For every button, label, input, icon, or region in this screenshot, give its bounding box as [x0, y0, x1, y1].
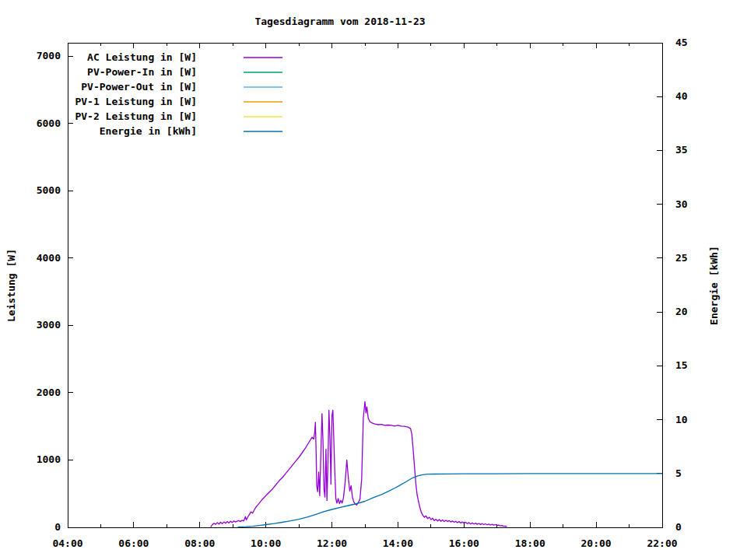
legend-item-energie: Energie in [kWh] [100, 125, 282, 137]
legend-label: Energie in [kWh] [100, 125, 197, 137]
legend: AC Leistung in [W]PV-Power-In in [W]PV-P… [75, 51, 282, 137]
y-axis-right-label: Energie [kWh] [708, 246, 720, 325]
y-right-tick-label: 35 [675, 144, 688, 156]
x-tick-label: 10:00 [251, 537, 281, 549]
legend-item-pv-power-in: PV-Power-In in [W] [87, 66, 282, 78]
y-left-tick-label: 0 [54, 521, 61, 533]
legend-label: PV-1 Leistung in [W] [75, 96, 197, 107]
y-left-tick-label: 3000 [37, 319, 61, 331]
y-left-tick-label: 4000 [37, 252, 61, 264]
y-right-tick-label: 25 [675, 252, 688, 264]
x-tick-label: 18:00 [515, 537, 545, 549]
chart-title: Tagesdiagramm vom 2018-11-23 [254, 16, 425, 27]
series-line-ac-leistung [211, 401, 507, 527]
y-left-tick-label: 6000 [37, 117, 61, 129]
y-left-tick-label: 2000 [37, 387, 61, 398]
legend-label: AC Leistung in [W] [87, 51, 197, 63]
y-left-tick-label: 5000 [37, 184, 61, 196]
y-right-tick-label: 45 [675, 37, 688, 48]
y-right-tick-label: 30 [675, 198, 688, 210]
legend-item-pv-1-leistung: PV-1 Leistung in [W] [75, 96, 282, 107]
y-right-tick-label: 10 [675, 414, 688, 425]
x-tick-label: 04:00 [52, 537, 82, 549]
series-line-energie [238, 474, 662, 527]
plot-canvas: Tagesdiagramm vom 2018-11-23 Leistung [W… [0, 0, 747, 560]
x-tick-label: 12:00 [317, 537, 347, 549]
x-tick-label: 22:00 [647, 537, 677, 549]
legend-item-pv-power-out: PV-Power-Out in [W] [81, 81, 282, 93]
x-tick-label: 06:00 [118, 537, 149, 549]
x-tick-label: 14:00 [383, 537, 413, 549]
y-right-tick-label: 40 [675, 90, 688, 102]
y-left-tick-label: 1000 [37, 453, 61, 465]
legend-item-pv-2-leistung: PV-2 Leistung in [W] [75, 110, 282, 122]
legend-item-ac-leistung: AC Leistung in [W] [87, 51, 282, 63]
x-tick-label: 08:00 [184, 537, 215, 549]
y-axis-left-label: Leistung [W] [5, 249, 17, 322]
y-right-tick-label: 20 [675, 306, 688, 317]
series-layer [211, 401, 662, 527]
y-right-tick-label: 5 [675, 467, 682, 479]
y-right-tick-label: 15 [675, 359, 688, 371]
legend-label: PV-2 Leistung in [W] [75, 110, 197, 122]
x-tick-label: 20:00 [581, 537, 612, 549]
daily-pv-chart: Tagesdiagramm vom 2018-11-23 Leistung [W… [0, 0, 747, 560]
legend-label: PV-Power-In in [W] [87, 66, 197, 78]
y-left-tick-label: 7000 [37, 50, 61, 61]
x-tick-label: 16:00 [449, 537, 479, 549]
y-right-tick-label: 0 [675, 521, 682, 533]
legend-label: PV-Power-Out in [W] [81, 81, 197, 93]
